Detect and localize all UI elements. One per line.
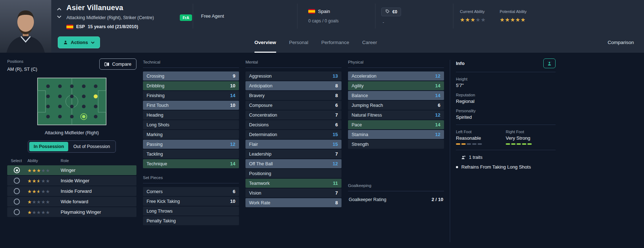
compare-icon (104, 62, 109, 66)
foot-strength-segment (478, 143, 482, 145)
positions-panel: Positions AM (R), ST (C) Compare (7, 58, 136, 248)
height-value: 5'7" (456, 83, 556, 88)
chevron-down-icon (57, 16, 61, 18)
role-row[interactable]: ★★★★★★★★★★Inside Winger (7, 176, 136, 186)
attribute-name: Corners (147, 189, 162, 194)
attribute-name: Decisions (249, 122, 269, 127)
toggle-in-possession[interactable]: In Possession (29, 142, 68, 151)
attribute-row: Finishing14 (143, 91, 239, 100)
foot-strength-segment (517, 143, 521, 145)
role-name: Playmaking Winger (61, 209, 133, 215)
actions-button[interactable]: Actions (58, 36, 100, 48)
role-row[interactable]: ★★★★★★★★★★Winger (7, 165, 136, 175)
tab-comparison[interactable]: Comparison (608, 32, 634, 53)
attribute-value: 15 (333, 132, 338, 137)
scout-person-icon (547, 61, 552, 66)
right-foot-value: Very Strong (506, 135, 556, 141)
scout-report-button[interactable] (543, 58, 556, 68)
role-table-header: SelectAbilityRole (7, 158, 136, 163)
attribute-row: Long Throws (143, 206, 239, 216)
attribute-row: Tackling (143, 149, 239, 158)
next-player-button[interactable] (56, 15, 62, 19)
attribute-value: 6 (233, 189, 235, 194)
attribute-name: Dribbling (147, 83, 164, 88)
tab-career[interactable]: Career (362, 32, 377, 53)
chevron-down-icon (91, 42, 95, 44)
positions-summary: AM (R), ST (C) (7, 67, 37, 72)
role-radio[interactable] (14, 199, 20, 205)
attribute-value: 7 (335, 112, 338, 118)
attribute-value: 12 (435, 132, 440, 137)
attribute-row: Acceleration12 (348, 71, 444, 81)
position-pitch-map[interactable] (37, 78, 106, 125)
wage-placeholder: - (381, 20, 453, 25)
role-name: Inside Winger (61, 178, 133, 183)
compare-button[interactable]: Compare (99, 58, 136, 70)
player-portrait-image (0, 0, 51, 53)
tab-personal[interactable]: Personal (289, 32, 308, 53)
attribute-name: Strength (352, 142, 369, 147)
attribute-row: Agility14 (348, 81, 444, 90)
attribute-name: Concentration (249, 113, 277, 118)
role-radio[interactable] (14, 167, 20, 173)
attribute-name: Free Kick Taking (147, 199, 180, 204)
role-name: Wide forward (61, 199, 133, 204)
overview-content: Positions AM (R), ST (C) Compare (0, 53, 644, 248)
tab-performance[interactable]: Performance (321, 32, 349, 53)
attribute-value: 14 (435, 83, 440, 88)
club-status: Free Agent (201, 13, 224, 19)
left-foot-bars (456, 143, 506, 145)
role-radio[interactable] (14, 178, 20, 184)
attribute-row: First Touch10 (143, 101, 239, 110)
role-radio[interactable] (14, 188, 20, 194)
attribute-name: Crossing (147, 74, 164, 79)
attribute-name: Finishing (147, 93, 165, 98)
caps-goals: 0 caps / 0 goals (308, 18, 375, 23)
selected-position-caption: Attacking Midfielder (Right) (7, 130, 136, 135)
compare-label: Compare (112, 61, 131, 67)
role-radio[interactable] (14, 209, 20, 215)
section-title-goalkeeping: Goalkeeping (348, 182, 444, 191)
role-row[interactable]: ★★★★★★★★★★Playmaking Winger (7, 207, 136, 217)
attribute-name: Off The Ball (249, 161, 273, 166)
foot-strength-segment (511, 143, 515, 145)
foot-strength-segment (527, 143, 532, 145)
role-row[interactable]: ★★★★★★★★★★Wide forward (7, 197, 136, 206)
attribute-name: Technique (147, 161, 167, 166)
attribute-row: Aggression13 (245, 71, 341, 81)
player-profile-page: Asier Villanueva Attacking Midfielder (R… (0, 0, 644, 248)
previous-player-button[interactable] (56, 7, 62, 11)
reputation-value: Regional (456, 99, 556, 104)
star-rating: ★★★★★★★★★★ (27, 179, 50, 183)
attribute-row: Natural Fitness12 (348, 110, 444, 119)
attribute-name: First Touch (147, 103, 169, 108)
player-age: 15 years old (21/8/2010) (88, 24, 138, 29)
role-row[interactable]: ★★★★★★★★★★Inside Forward (7, 186, 136, 196)
attribute-name: Pace (352, 122, 362, 127)
attribute-name: Anticipation (249, 83, 273, 88)
attribute-name: Teamwork (249, 181, 270, 186)
attribute-row: Concentration7 (245, 110, 341, 119)
attribute-row: Flair15 (245, 140, 341, 149)
attribute-value: 14 (230, 161, 235, 166)
attribute-name: Acceleration (352, 74, 377, 79)
attribute-row: Composure6 (245, 101, 341, 110)
current-ability-stars: ★★★★★★★★★★ (460, 17, 486, 23)
attribute-value: 7 (335, 190, 338, 196)
star-rating: ★★★★★★★★★★ (27, 200, 50, 204)
foot-strength-segment (522, 143, 526, 145)
attribute-value: 14 (435, 93, 440, 98)
role-name: Winger (61, 167, 133, 173)
trait-person-icon (461, 155, 466, 160)
vertical-divider (450, 60, 450, 242)
toggle-out-of-possession[interactable]: Out of Possession (69, 142, 114, 151)
tab-overview[interactable]: Overview (254, 32, 276, 53)
attribute-value: 8 (335, 200, 338, 205)
attribute-row: Long Shots (143, 120, 239, 129)
attribute-row: Work Rate8 (245, 198, 341, 207)
section-title-physical: Physical (348, 58, 444, 68)
attribute-name: Composure (249, 103, 273, 108)
attribute-value: 9 (233, 73, 235, 79)
foot-strength-segment (467, 143, 471, 145)
attribute-value: 12 (435, 112, 440, 118)
